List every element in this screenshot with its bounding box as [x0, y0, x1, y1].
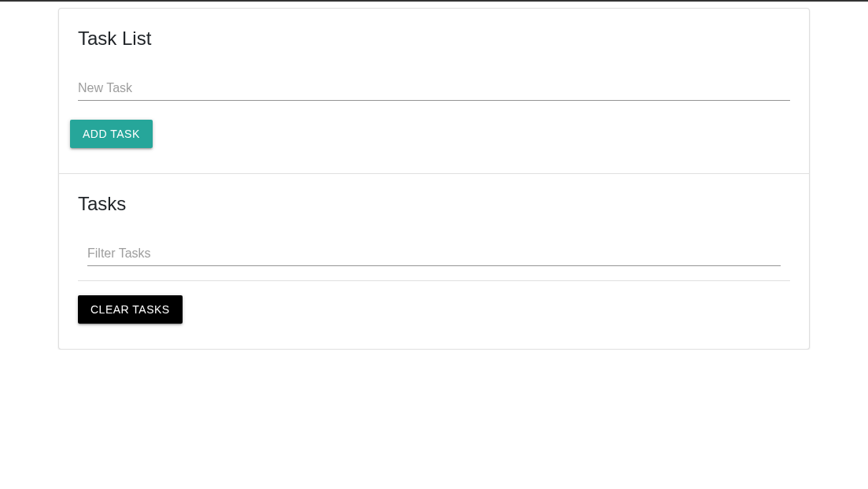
- task-card: Task List Add Task Tasks Clear Tasks: [58, 8, 810, 350]
- add-task-button[interactable]: Add Task: [70, 120, 153, 148]
- tasks-section: Tasks Clear Tasks: [59, 174, 809, 349]
- filter-tasks-input[interactable]: [87, 242, 781, 266]
- new-task-row: [78, 76, 790, 101]
- tasks-heading: Tasks: [78, 193, 790, 215]
- tasks-divider: [78, 280, 790, 281]
- task-list-heading: Task List: [78, 28, 790, 50]
- add-task-section: Task List Add Task: [59, 9, 809, 174]
- main-container: Task List Add Task Tasks Clear Tasks: [58, 2, 810, 350]
- clear-tasks-button[interactable]: Clear Tasks: [78, 295, 183, 324]
- filter-row: [78, 242, 790, 266]
- new-task-input[interactable]: [78, 76, 790, 101]
